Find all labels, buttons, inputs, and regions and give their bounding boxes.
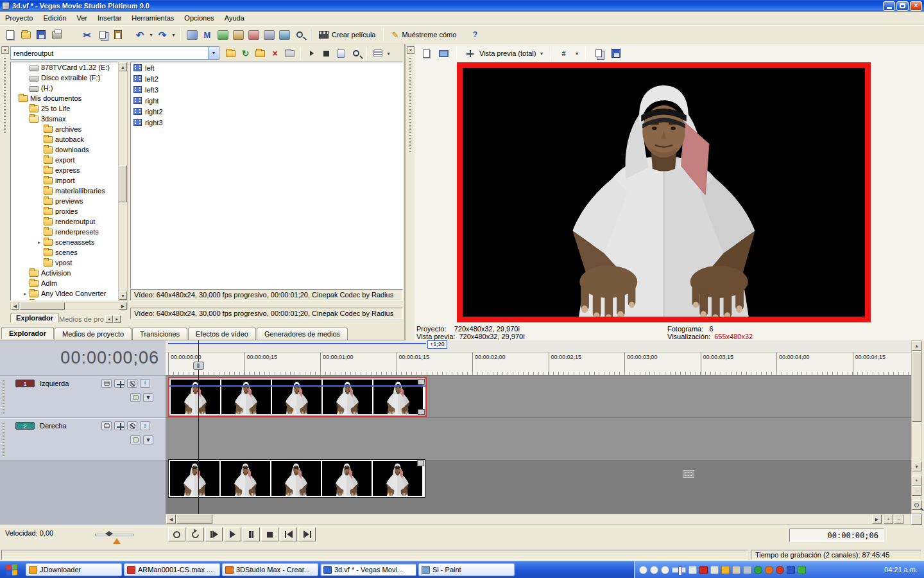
tray-icon[interactable]	[732, 566, 740, 574]
tree-h-scrollbar[interactable]: ◀ ▶	[10, 302, 128, 310]
mini-tab-next[interactable]: Medios de prove	[59, 315, 104, 323]
tree-item[interactable]: Disco extraible (F:)	[11, 73, 117, 83]
print-button[interactable]	[49, 27, 64, 42]
close-button[interactable]: ×	[910, 1, 922, 11]
explorer-close-button[interactable]: ×	[1, 46, 9, 54]
save-project-button[interactable]	[33, 27, 49, 42]
taskbar-clock[interactable]: 04:21 a.m.	[884, 566, 920, 574]
v-scroll-thumb[interactable]	[912, 351, 921, 422]
dock-tab[interactable]: Generadores de medios	[257, 328, 348, 340]
track-1-grip[interactable]	[3, 380, 4, 414]
track-2-name[interactable]: Derecha	[40, 422, 67, 430]
grid-overlay-button[interactable]: #	[556, 46, 571, 61]
go-to-end-button[interactable]	[298, 527, 316, 541]
taskbar-button[interactable]: JDownloader	[26, 563, 122, 576]
open-project-button[interactable]	[18, 27, 33, 42]
file-list-item[interactable]: left3	[131, 84, 402, 95]
marker-bar[interactable]	[166, 340, 911, 353]
tree-item[interactable]: autoback	[11, 134, 117, 144]
scroll-up-button[interactable]: ▲	[912, 341, 921, 351]
scroll-up-button[interactable]: ▲	[119, 62, 127, 71]
mixer-tool-button[interactable]: M	[200, 27, 215, 42]
file-list-item[interactable]: right	[131, 95, 402, 106]
undo-button[interactable]: ↶	[132, 27, 148, 42]
tray-icon[interactable]	[672, 567, 686, 573]
zoom-out-track-button[interactable]: −	[912, 486, 921, 496]
save-snapshot-button[interactable]	[608, 46, 624, 61]
zoom-tool-button[interactable]	[292, 27, 307, 42]
zoom-in-track-button[interactable]: +	[912, 476, 921, 486]
views-dropdown-button[interactable]: ▾	[385, 46, 392, 61]
preview-grip-handle[interactable]	[409, 58, 411, 154]
tray-icon[interactable]	[776, 566, 784, 574]
expand-track-button[interactable]: ▼	[143, 435, 153, 444]
scroll-down-button[interactable]: ▼	[119, 291, 127, 300]
tree-item[interactable]: renderpresets	[11, 227, 117, 237]
tray-icon[interactable]	[721, 566, 730, 574]
automation-settings-button[interactable]	[130, 435, 141, 444]
event-envelope-line[interactable]	[169, 385, 425, 387]
h-scroll-thumb[interactable]	[176, 514, 212, 524]
track-2-grip[interactable]	[3, 423, 4, 456]
explorer-grip-handle[interactable]	[4, 58, 6, 135]
folder-tree[interactable]: 878TVCard v1.32 (E:) Disco extraible (F:…	[10, 62, 118, 301]
maximize-button[interactable]	[896, 1, 909, 11]
time-ruler[interactable]: 00:00:00;00 00:00:00;15 00:00:01;00 00:0…	[166, 353, 911, 376]
timeline-h-scrollbar[interactable]: ◀ ▶ + −	[166, 514, 911, 525]
tree-item[interactable]: scenes	[11, 247, 117, 258]
automation-tool-button[interactable]	[184, 27, 200, 42]
track-motion-button[interactable]	[101, 421, 112, 430]
tray-icon[interactable]	[798, 566, 806, 574]
track-1-number-chip[interactable]: 1	[15, 380, 35, 387]
undo-dropdown-button[interactable]: ▾	[148, 27, 155, 42]
dock-tab[interactable]: Explorador	[1, 327, 54, 339]
velocity-slider-handle[interactable]	[105, 531, 113, 536]
tree-item[interactable]: previews	[11, 196, 117, 206]
cut-button[interactable]: ✂	[80, 27, 95, 42]
preview-quality-dropdown[interactable]: ▾	[538, 46, 545, 61]
video-event-derecha[interactable]	[168, 459, 425, 498]
paste-button[interactable]	[110, 27, 126, 42]
menu-item[interactable]: Proyecto	[0, 12, 38, 25]
track-1-name[interactable]: Izquierda	[40, 380, 69, 387]
taskbar-button[interactable]: 3d.vf * - Vegas Movi...	[320, 563, 416, 576]
track-fx-button[interactable]	[114, 379, 124, 388]
tree-item[interactable]: (H:)	[11, 83, 117, 93]
cursor-time-readout[interactable]: 00:00:00;06	[789, 529, 884, 542]
menu-item[interactable]: Ayuda	[219, 12, 250, 25]
tray-icon[interactable]	[754, 566, 762, 574]
scroll-left-button[interactable]: ◀	[166, 514, 176, 524]
envelope-tool-button[interactable]	[277, 27, 292, 42]
tray-icon[interactable]	[639, 566, 647, 574]
tree-item[interactable]: renderoutput	[11, 216, 117, 227]
media-properties-button[interactable]	[348, 46, 363, 60]
marker-tool-button[interactable]	[246, 27, 261, 42]
scrollbar-thumb[interactable]	[119, 165, 127, 202]
minimize-button[interactable]	[883, 1, 895, 11]
tree-item[interactable]: 25 to Life	[11, 103, 117, 114]
tab-scroll-prev-button[interactable]: ◂	[105, 315, 113, 323]
expand-track-button[interactable]: ▼	[143, 393, 153, 402]
video-event-izquierda[interactable]	[168, 377, 427, 417]
tree-item[interactable]: vpost	[11, 258, 117, 268]
pause-button[interactable]	[243, 527, 260, 541]
new-project-button[interactable]	[3, 27, 18, 42]
delete-button[interactable]: ×	[268, 46, 282, 60]
add-favorite-button[interactable]	[282, 46, 297, 60]
automation-settings-button[interactable]	[130, 393, 141, 402]
timeline-v-scrollbar[interactable]: ▲ ▼ + −	[911, 340, 922, 514]
playhead-handle[interactable]	[193, 362, 204, 370]
tree-item[interactable]: express	[11, 165, 117, 175]
edit-tool-button[interactable]	[261, 27, 277, 42]
menu-item[interactable]: Edición	[38, 12, 71, 25]
tree-item[interactable]: import	[11, 175, 117, 186]
tray-icon[interactable]	[787, 566, 795, 574]
tray-icon[interactable]	[699, 566, 708, 574]
copy-button[interactable]	[95, 27, 110, 42]
tree-scrollbar[interactable]: ▲ ▼	[118, 62, 128, 301]
explorer-path-combobox[interactable]: renderoutput ▾	[10, 46, 219, 60]
copy-snapshot-button[interactable]	[591, 46, 606, 61]
redo-button[interactable]: ↷	[155, 27, 170, 42]
menu-item[interactable]: Opciones	[179, 12, 219, 25]
dock-tab[interactable]: Medios de proyecto	[55, 328, 132, 340]
